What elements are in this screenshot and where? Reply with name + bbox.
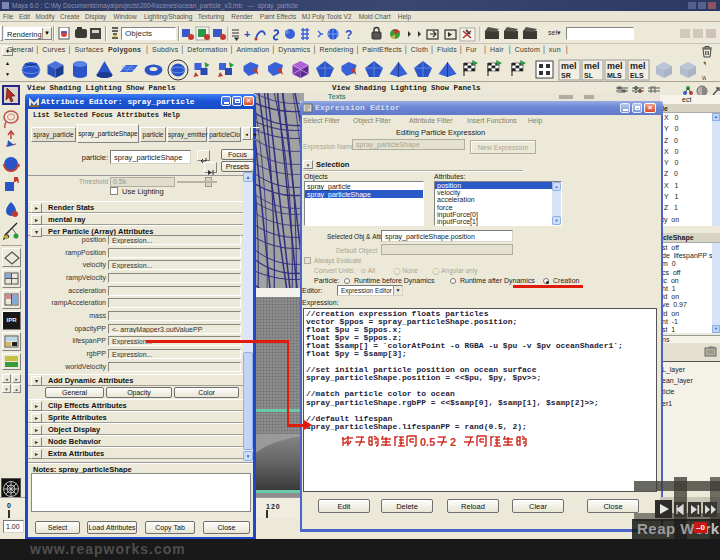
svg-text:mel: mel bbox=[630, 61, 646, 71]
svg-text:ELS: ELS bbox=[630, 72, 644, 79]
svg-text:mel: mel bbox=[584, 61, 600, 71]
svg-text:mel: mel bbox=[561, 61, 577, 71]
svg-text:?: ? bbox=[345, 28, 352, 42]
svg-text:0.5: 0.5 bbox=[420, 436, 435, 448]
svg-text:WIP: WIP bbox=[702, 75, 706, 81]
svg-text:2: 2 bbox=[450, 436, 456, 448]
svg-text:mel: mel bbox=[607, 61, 623, 71]
svg-text:MLS: MLS bbox=[607, 72, 622, 79]
svg-text:SR: SR bbox=[561, 72, 571, 79]
svg-text:+: + bbox=[244, 28, 250, 40]
svg-text:SL: SL bbox=[584, 72, 594, 79]
